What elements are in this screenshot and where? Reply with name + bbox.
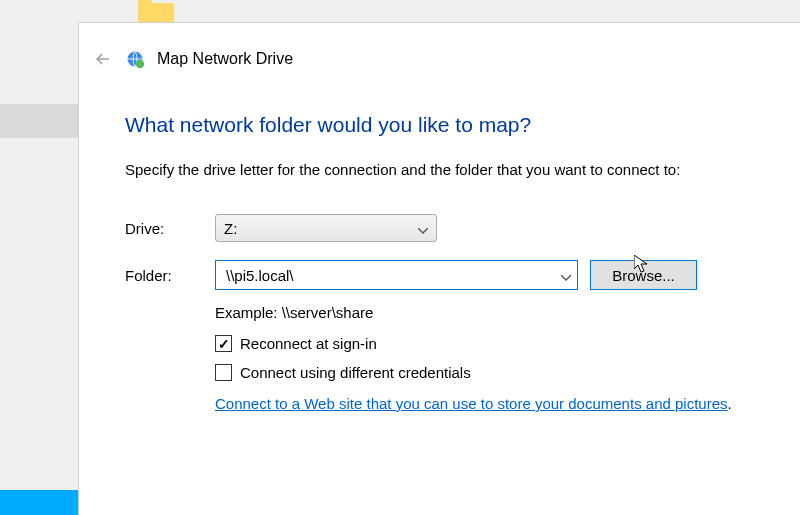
- chevron-down-icon[interactable]: [561, 267, 571, 284]
- dialog-content: What network folder would you like to ma…: [79, 85, 800, 412]
- credentials-checkbox[interactable]: [215, 364, 232, 381]
- folder-label: Folder:: [125, 267, 215, 284]
- period: .: [728, 395, 732, 412]
- drive-selected-value: Z:: [224, 220, 237, 237]
- page-heading: What network folder would you like to ma…: [125, 113, 800, 137]
- website-link-row: Connect to a Web site that you can use t…: [215, 395, 800, 412]
- back-arrow-icon[interactable]: [93, 49, 113, 69]
- network-drive-icon: [125, 49, 145, 69]
- folder-row: Folder: Browse...: [125, 260, 800, 290]
- dialog-titlebar: Map Network Drive: [79, 23, 800, 85]
- folder-combobox[interactable]: [215, 260, 578, 290]
- credentials-checkbox-row[interactable]: Connect using different credentials: [215, 364, 800, 381]
- reconnect-checkbox[interactable]: [215, 335, 232, 352]
- instruction-text: Specify the drive letter for the connect…: [125, 161, 800, 178]
- website-link[interactable]: Connect to a Web site that you can use t…: [215, 395, 728, 412]
- folder-input[interactable]: [224, 266, 561, 285]
- drive-label: Drive:: [125, 220, 215, 237]
- indented-options: Example: \\server\share Reconnect at sig…: [215, 304, 800, 412]
- background-selection-strip: [0, 104, 78, 138]
- drive-row: Drive: Z:: [125, 214, 800, 242]
- background-taskbar-fragment: [0, 490, 78, 515]
- reconnect-checkbox-row[interactable]: Reconnect at sign-in: [215, 335, 800, 352]
- drive-select[interactable]: Z:: [215, 214, 437, 242]
- example-text: Example: \\server\share: [215, 304, 800, 321]
- browse-button[interactable]: Browse...: [590, 260, 697, 290]
- map-network-drive-dialog: Map Network Drive What network folder wo…: [78, 22, 800, 515]
- credentials-label: Connect using different credentials: [240, 364, 471, 381]
- chevron-down-icon: [418, 220, 428, 237]
- svg-point-1: [136, 60, 144, 68]
- reconnect-label: Reconnect at sign-in: [240, 335, 377, 352]
- dialog-title: Map Network Drive: [157, 50, 293, 68]
